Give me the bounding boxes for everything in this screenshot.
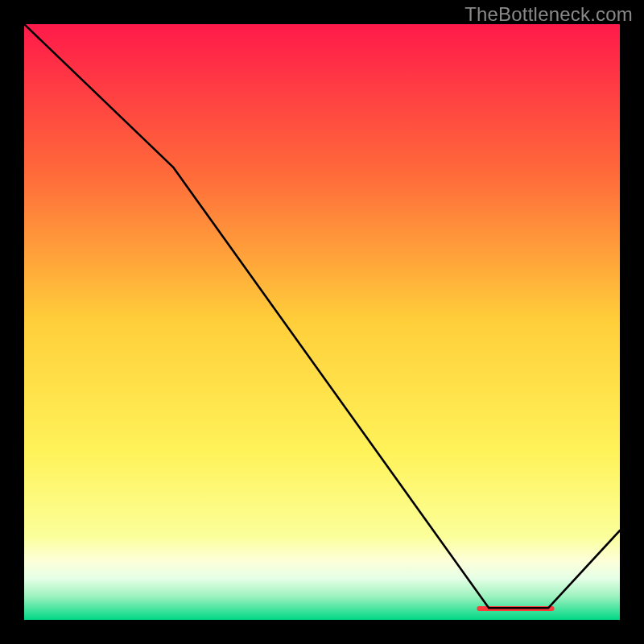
watermark-text: TheBottleneck.com <box>464 3 633 26</box>
plot-frame <box>24 24 620 620</box>
plot-area <box>24 24 620 620</box>
gradient-background <box>24 24 620 620</box>
chart-container: TheBottleneck.com <box>0 0 644 644</box>
